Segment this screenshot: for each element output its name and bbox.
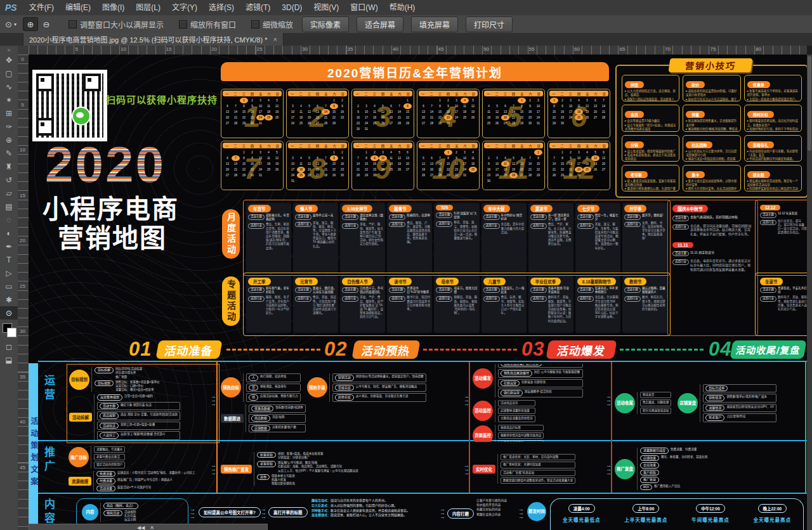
- option-checkbox-1[interactable]: 缩放所有窗口: [179, 19, 236, 30]
- magic-wand-tool[interactable]: ✶: [0, 93, 18, 107]
- marquee-tool[interactable]: ▢: [0, 67, 18, 80]
- toolbar-collapse-icon[interactable]: »: [7, 47, 10, 53]
- ruler-v-label: 20: [20, 238, 25, 243]
- calendar-day: 8: [362, 155, 370, 161]
- document-tab[interactable]: 2020小程序电商营销地图.jpg @ 12.5% (扫码可以获得小程序扶持, …: [23, 33, 284, 46]
- menu-图层[interactable]: 图层(L): [130, 1, 166, 15]
- eraser-tool[interactable]: ▱: [0, 186, 18, 200]
- timeline-note: 上半天曝光最高点: [624, 516, 667, 523]
- crop-tool[interactable]: ⊞: [0, 107, 18, 120]
- background-color-swatch[interactable]: [7, 328, 16, 337]
- hand-tool[interactable]: ✱: [0, 293, 18, 306]
- ruler-v-label: 25: [20, 284, 25, 289]
- type-tool[interactable]: T: [0, 253, 18, 266]
- menu-文件[interactable]: 文件(F): [23, 1, 60, 15]
- tip-text: 放入对比性强烈的事物，引起用户的好奇心理。: [331, 503, 397, 507]
- option-checkbox-0[interactable]: 调整窗口大小以满屏显示: [69, 19, 164, 30]
- checkbox-icon[interactable]: [69, 20, 77, 29]
- calendar-day: 27: [591, 115, 599, 120]
- options-button-0[interactable]: 实际像素: [302, 16, 349, 32]
- industry-text: 美妆、个护、服饰、家居等，加大女性用户专属“女神节犒劳自己”的活动，抓住女性购买…: [360, 223, 383, 246]
- lasso-tool[interactable]: ∿: [0, 80, 18, 93]
- document-canvas[interactable]: 扫码可以获得小程序扶持2020小程序电商营销地图2020营销日历&全年营销计划一…: [29, 55, 807, 530]
- calendar-day: 16: [444, 109, 452, 115]
- shape-tool[interactable]: ▭: [0, 280, 18, 293]
- menu-3D[interactable]: 3D(D): [276, 1, 308, 15]
- mindmap-branch: 活动流量裂变活动+个人号维护引导: [96, 486, 195, 492]
- menu-文字[interactable]: 文字(Y): [166, 1, 203, 15]
- calendar-day: 2: [452, 150, 461, 155]
- menu-选择[interactable]: 选择(S): [203, 1, 240, 15]
- ruler-h-label: 5: [75, 46, 78, 52]
- branch-label: 社群运营: [501, 380, 520, 387]
- calendar-day: 5: [591, 150, 599, 155]
- color-swatches[interactable]: [0, 322, 18, 340]
- chain-arrow: →→→: [518, 507, 524, 519]
- checkbox-icon[interactable]: [179, 20, 187, 29]
- mindmap-branches: 免费流量店铺会员｜小程序官方“活动预告”报名、流量扶持｜公司员工付费流量朋友圈广…: [93, 471, 195, 492]
- theme-line: 活动主题情定一生，唯爱七夕: [577, 214, 619, 221]
- menu-图像[interactable]: 图像(I): [96, 1, 130, 15]
- move-tool[interactable]: ✥: [0, 53, 18, 67]
- menu-帮助[interactable]: 帮助(H): [384, 1, 421, 15]
- calendar-day: 6: [501, 103, 509, 109]
- options-button-2[interactable]: 填充屏幕: [411, 16, 458, 32]
- window-close-icon[interactable]: ✕: [150, 525, 154, 530]
- weekday-label: 二: [429, 143, 433, 148]
- industry-tag: 适用行业: [295, 296, 311, 302]
- gradient-tool[interactable]: ▤: [0, 200, 18, 213]
- tip-type: 趣味互动式：: [311, 498, 331, 502]
- theme-tag: 活动主题: [436, 212, 452, 218]
- activity-card-title: 七夕节: [577, 205, 600, 212]
- screen-mode-button[interactable]: ⬓: [0, 353, 18, 366]
- dodge-tool[interactable]: ◐: [0, 226, 18, 240]
- menu-视图[interactable]: 视图(V): [308, 1, 344, 15]
- branch-note: 流量触达、引流蓄水: [96, 448, 122, 451]
- calendar-day-empty: [322, 150, 330, 155]
- path-select-tool[interactable]: ▷: [0, 266, 18, 280]
- menu-滤镜[interactable]: 滤镜(T): [240, 1, 276, 15]
- eyedropper-tool[interactable]: ✑: [0, 120, 18, 133]
- zoom-out-button[interactable]: ⊖: [39, 18, 53, 30]
- branch-notes: 朋友圈广告｜同类IP公众号合作｜两微达人: [117, 478, 173, 482]
- healing-brush-tool[interactable]: ⊕: [0, 133, 18, 146]
- zoom-in-button[interactable]: ⊕: [23, 17, 38, 31]
- dropdown-arrow-icon[interactable]: ▾: [14, 22, 16, 27]
- calendar-day: 4: [265, 98, 273, 103]
- options-button-1[interactable]: 适合屏幕: [357, 16, 403, 32]
- theme-text: 迎新春大礼，年货备起购: [266, 214, 289, 221]
- poster-title-line1: 小程序电商: [43, 195, 179, 224]
- calendar-day: 27: [419, 120, 428, 126]
- mindmap-branch: 场店铺活动氛围、预热专题引力: [246, 393, 301, 402]
- menu-窗口[interactable]: 窗口(W): [344, 1, 383, 15]
- scrollbar-thumb[interactable]: [808, 56, 811, 151]
- tab-close-icon[interactable]: ×: [273, 36, 277, 43]
- zoom-tool[interactable]: ⊙: [0, 306, 18, 320]
- weekday-label: 五: [520, 143, 523, 148]
- calendar-day: 1: [444, 150, 452, 155]
- checkbox-icon[interactable]: [251, 20, 259, 29]
- calendar-month-6: 一二三四五六日612345678910111213141516171819202…: [547, 89, 610, 138]
- ruler-h-label: 65: [620, 46, 625, 52]
- calendar-day: 22: [444, 167, 452, 172]
- calendar-day: 2: [338, 150, 346, 155]
- menu-编辑[interactable]: 编辑(E): [60, 1, 96, 15]
- brush-tool[interactable]: ✎: [0, 146, 18, 160]
- blur-tool[interactable]: ◌: [0, 213, 18, 226]
- calendar-day: 27: [223, 120, 232, 126]
- branch-label: 客户获取: [640, 470, 659, 476]
- timeline-item: 上午8:00上半天曝光最高点: [624, 504, 667, 530]
- weekday-label: 三: [438, 91, 442, 96]
- pen-tool[interactable]: ✒: [0, 240, 18, 253]
- window-collapse-icon[interactable]: ◀◀: [137, 525, 145, 530]
- quick-mask-button[interactable]: ◻: [0, 340, 18, 353]
- clone-stamp-tool[interactable]: ♜: [0, 160, 18, 173]
- tips-bullet: ▸ 稀有卡片控制中奖率，拉长活动周期并推动二次进店: [686, 187, 737, 191]
- option-checkbox-2[interactable]: 细微缩放: [251, 19, 293, 30]
- options-button-3[interactable]: 打印尺寸: [466, 16, 513, 32]
- mindmap-branch: ROI推广费用投入产出比: [640, 484, 708, 491]
- history-brush-tool[interactable]: ↺: [0, 173, 18, 186]
- calendar-day: 17: [461, 161, 469, 167]
- vertical-scrollbar[interactable]: [807, 55, 812, 530]
- calendar-day: 29: [330, 172, 338, 178]
